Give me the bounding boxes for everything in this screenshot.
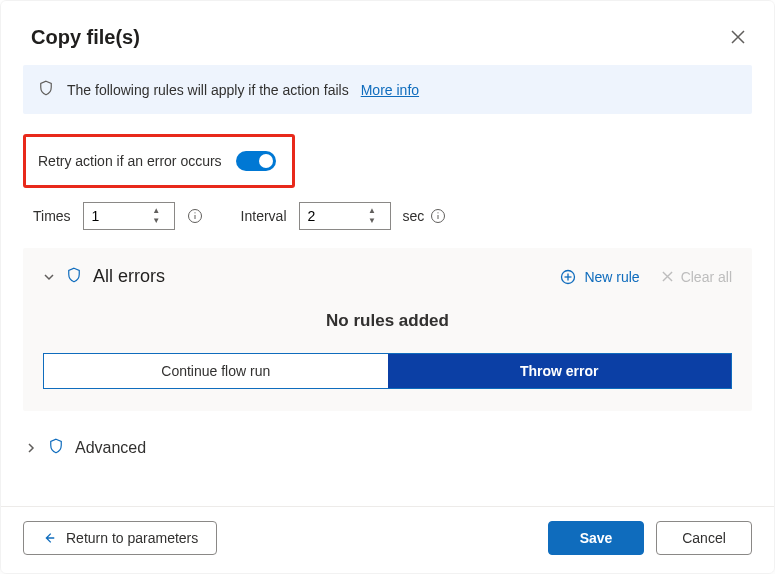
- close-icon: [731, 30, 745, 44]
- errors-panel: All errors New rule Clear all No rules a…: [23, 248, 752, 411]
- times-group: Times ▲ ▼: [33, 202, 203, 230]
- chevron-right-icon: [25, 442, 37, 454]
- errors-title: All errors: [93, 266, 165, 287]
- advanced-title: Advanced: [75, 439, 146, 457]
- retry-label: Retry action if an error occurs: [38, 153, 222, 169]
- times-stepper[interactable]: ▲ ▼: [144, 203, 168, 229]
- arrow-left-icon: [42, 531, 56, 545]
- banner-text: The following rules will apply if the ac…: [67, 82, 349, 98]
- interval-group: Interval ▲ ▼ sec: [241, 202, 447, 230]
- times-input[interactable]: [84, 203, 144, 229]
- errors-header: All errors New rule Clear all: [43, 266, 732, 287]
- continue-flow-button[interactable]: Continue flow run: [44, 354, 388, 388]
- shield-icon: [65, 266, 83, 287]
- clear-all-label: Clear all: [681, 269, 732, 285]
- more-info-link[interactable]: More info: [361, 82, 419, 98]
- info-banner: The following rules will apply if the ac…: [23, 65, 752, 114]
- retry-row: Retry action if an error occurs: [23, 134, 295, 188]
- dialog-body: Retry action if an error occurs Times ▲ …: [1, 114, 774, 506]
- chevron-down-icon: ▼: [152, 217, 160, 225]
- shield-icon: [37, 79, 55, 100]
- svg-point-2: [194, 212, 195, 213]
- empty-state-text: No rules added: [43, 311, 732, 331]
- times-spinner[interactable]: ▲ ▼: [83, 202, 175, 230]
- chevron-down-icon: [43, 271, 55, 283]
- info-icon[interactable]: [187, 208, 203, 224]
- return-to-parameters-button[interactable]: Return to parameters: [23, 521, 217, 555]
- dialog-header: Copy file(s): [1, 1, 774, 65]
- error-action-segmented: Continue flow run Throw error: [43, 353, 732, 389]
- expand-button: [25, 442, 37, 454]
- plus-circle-icon: [560, 269, 576, 285]
- times-label: Times: [33, 208, 71, 224]
- dialog-title: Copy file(s): [31, 26, 140, 49]
- close-button[interactable]: [724, 23, 752, 51]
- shield-icon: [47, 437, 65, 458]
- interval-label: Interval: [241, 208, 287, 224]
- interval-spinner[interactable]: ▲ ▼: [299, 202, 391, 230]
- new-rule-button[interactable]: New rule: [560, 269, 639, 285]
- svg-point-5: [438, 212, 439, 213]
- info-icon[interactable]: [430, 208, 446, 224]
- chevron-up-icon: ▲: [152, 207, 160, 215]
- retry-params-row: Times ▲ ▼ Interval ▲: [33, 202, 752, 230]
- interval-unit-group: sec: [403, 208, 447, 224]
- throw-error-button[interactable]: Throw error: [388, 354, 732, 388]
- return-label: Return to parameters: [66, 530, 198, 546]
- interval-unit: sec: [403, 208, 425, 224]
- x-icon: [662, 271, 673, 282]
- advanced-section-toggle[interactable]: Advanced: [23, 429, 752, 476]
- interval-input[interactable]: [300, 203, 360, 229]
- cancel-button[interactable]: Cancel: [656, 521, 752, 555]
- interval-stepper[interactable]: ▲ ▼: [360, 203, 384, 229]
- collapse-button[interactable]: [43, 271, 55, 283]
- chevron-down-icon: ▼: [368, 217, 376, 225]
- dialog-footer: Return to parameters Save Cancel: [1, 506, 774, 573]
- new-rule-label: New rule: [584, 269, 639, 285]
- clear-all-button[interactable]: Clear all: [662, 269, 732, 285]
- retry-toggle[interactable]: [236, 151, 276, 171]
- chevron-up-icon: ▲: [368, 207, 376, 215]
- save-button[interactable]: Save: [548, 521, 644, 555]
- dialog: Copy file(s) The following rules will ap…: [0, 0, 775, 574]
